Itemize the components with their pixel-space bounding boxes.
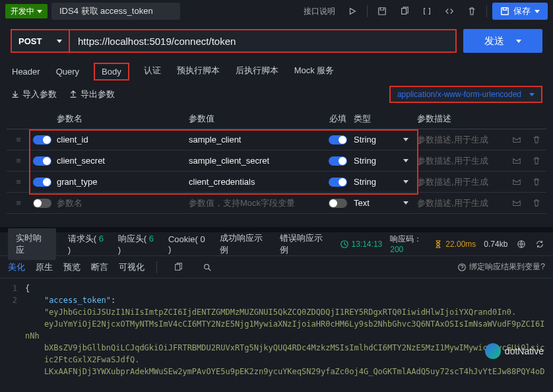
table-row: ≡grant_typeclient_credentialsString参数描述,… — [7, 172, 546, 193]
code-icon[interactable] — [440, 2, 459, 20]
api-tab[interactable]: IDS4 获取 access_token — [51, 3, 180, 20]
enable-toggle[interactable] — [33, 156, 51, 166]
name-input[interactable]: client_secret — [54, 156, 186, 166]
search-icon[interactable] — [198, 258, 216, 277]
copy-icon[interactable] — [395, 2, 414, 20]
rtab-req-head[interactable]: 请求头( 6 ) — [68, 233, 106, 255]
copy-response-icon[interactable] — [169, 258, 187, 277]
name-input[interactable]: 参数名 — [54, 197, 186, 209]
btab-viz[interactable]: 可视化 — [119, 261, 145, 273]
value-input[interactable]: client_credentials — [186, 177, 325, 187]
watermark-avatar — [485, 343, 501, 359]
enable-toggle[interactable] — [33, 199, 51, 208]
line-gutter: 12 — [0, 278, 22, 377]
btab-raw[interactable]: 原生 — [36, 261, 53, 273]
required-toggle[interactable] — [329, 135, 347, 145]
delete-row-icon[interactable] — [527, 135, 546, 145]
value-input[interactable]: 参数值，支持Mock字段变量 — [186, 197, 325, 209]
export-params[interactable]: 导出参数 — [69, 88, 115, 100]
tab-header[interactable]: Header — [11, 63, 42, 81]
globe-icon[interactable] — [515, 235, 526, 253]
value-input[interactable]: sample_client_secret — [186, 156, 325, 166]
rtab-resp-head[interactable]: 响应头( 6 ) — [118, 233, 156, 255]
import-params[interactable]: 导入参数 — [11, 88, 57, 100]
content-type-select[interactable]: application/x-www-form-urlencoded — [389, 86, 542, 103]
type-select[interactable]: Text — [351, 198, 397, 208]
name-input[interactable]: client_id — [54, 135, 186, 145]
delete-row-icon[interactable] — [527, 156, 546, 166]
drag-handle-icon[interactable]: ≡ — [7, 156, 30, 166]
markdown-icon[interactable] — [507, 135, 527, 145]
api-tab-label: IDS4 获取 access_token — [59, 5, 153, 17]
url-input[interactable]: https://localhost:5019/connect/token — [70, 29, 457, 53]
method-select[interactable]: POST — [11, 29, 70, 53]
tab-pre-script[interactable]: 预执行脚本 — [176, 61, 221, 81]
drag-handle-icon[interactable]: ≡ — [7, 177, 30, 187]
api-description-link[interactable]: 接口说明 — [304, 6, 335, 17]
delete-icon[interactable] — [463, 2, 481, 20]
enable-toggle[interactable] — [33, 178, 51, 187]
code-content[interactable]: { "access_token": "eyJhbGciOiJSUzI1NiIsI… — [22, 278, 553, 377]
tab-auth[interactable]: 认证 — [143, 61, 162, 81]
brackets-icon[interactable] — [418, 2, 436, 20]
table-row-new: ≡ 参数名 参数值，支持Mock字段变量 Text 参数描述,用于生成 — [7, 193, 546, 214]
enable-toggle[interactable] — [33, 135, 51, 145]
response-meta: 13:14:13 响应码：200 22.00ms 0.74kb — [340, 234, 545, 254]
save-button[interactable]: 保存 — [492, 3, 548, 20]
svg-rect-5 — [176, 264, 180, 270]
env-badge-label: 开发中 — [11, 6, 34, 17]
help-icon — [457, 263, 467, 272]
drag-handle-icon[interactable]: ≡ — [7, 198, 30, 208]
table-row: ≡client_secretsample_client_secretString… — [7, 150, 546, 172]
chevron-down-icon[interactable] — [397, 138, 414, 141]
markdown-icon[interactable] — [507, 178, 527, 187]
markdown-icon[interactable] — [507, 156, 527, 166]
markdown-icon[interactable] — [507, 199, 527, 208]
required-toggle[interactable] — [329, 199, 347, 208]
btab-break[interactable]: 断言 — [91, 261, 108, 273]
env-badge[interactable]: 开发中 — [5, 4, 48, 18]
response-time: 13:14:13 — [340, 240, 383, 249]
tab-body[interactable]: Body — [94, 63, 129, 81]
drag-handle-icon[interactable]: ≡ — [7, 135, 30, 145]
value-input[interactable]: sample_client — [186, 135, 325, 145]
chevron-down-icon — [37, 10, 42, 13]
top-toolbar: 开发中 IDS4 获取 access_token 接口说明 保存 — [0, 0, 553, 22]
desc-input[interactable]: 参数描述,用于生成 — [414, 197, 507, 209]
required-toggle[interactable] — [329, 178, 347, 187]
chevron-down-icon[interactable] — [397, 201, 414, 205]
col-desc: 参数描述 — [414, 113, 507, 125]
btab-beautify[interactable]: 美化 — [8, 261, 25, 273]
beautify-tabs: 美化 原生 预览 断言 可视化 绑定响应结果到变量? — [0, 256, 553, 278]
tab-query[interactable]: Query — [55, 63, 81, 81]
delete-row-icon[interactable] — [527, 199, 546, 208]
rtab-realtime[interactable]: 实时响应 — [8, 228, 56, 260]
required-toggle[interactable] — [329, 156, 347, 166]
chevron-down-icon[interactable] — [397, 180, 414, 183]
name-input[interactable]: grant_type — [54, 177, 186, 187]
desc-input[interactable]: 参数描述,用于生成 — [414, 155, 507, 167]
tab-mock[interactable]: Mock 服务 — [293, 61, 336, 81]
table-header: 参数名 参数值 必填 类型 参数描述 — [7, 108, 546, 129]
send-button[interactable]: 发送 — [463, 29, 542, 53]
desc-input[interactable]: 参数描述,用于生成 — [414, 134, 507, 146]
btab-preview[interactable]: 预览 — [63, 261, 81, 273]
export-label: 导出参数 — [81, 88, 115, 100]
save-draft-icon[interactable] — [373, 2, 391, 20]
rtab-cookie[interactable]: Cookie( 0 ) — [168, 234, 208, 254]
refresh-icon[interactable] — [535, 235, 545, 253]
clock-icon — [340, 240, 349, 249]
type-select[interactable]: String — [351, 135, 397, 145]
bind-variable-link[interactable]: 绑定响应结果到变量? — [457, 261, 545, 273]
rtab-success[interactable]: 成功响应示例 — [220, 232, 268, 256]
type-select[interactable]: String — [351, 156, 397, 166]
delete-row-icon[interactable] — [527, 178, 546, 187]
type-select[interactable]: String — [351, 177, 397, 187]
svg-rect-0 — [379, 8, 386, 15]
run-icon[interactable] — [343, 2, 362, 20]
rtab-error[interactable]: 错误响应示例 — [280, 232, 328, 256]
tab-post-script[interactable]: 后执行脚本 — [234, 61, 280, 81]
col-required: 必填 — [325, 113, 351, 125]
chevron-down-icon[interactable] — [397, 159, 414, 162]
desc-input[interactable]: 参数描述,用于生成 — [414, 176, 507, 188]
